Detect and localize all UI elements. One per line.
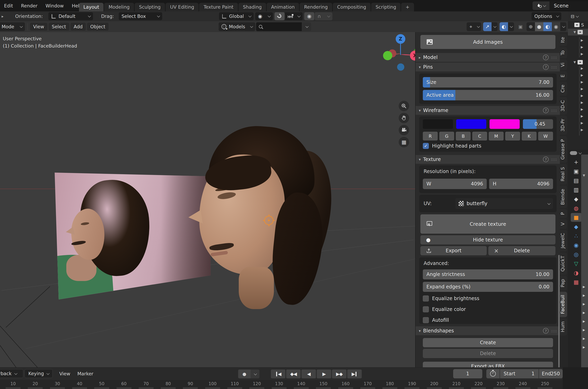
snap-settings-dropdown[interactable] — [285, 12, 303, 20]
help-icon[interactable]: ? — [543, 108, 549, 113]
wireframe-opacity-slider[interactable]: 0.45 — [523, 119, 553, 129]
collection-row[interactable]: ▼ — [568, 29, 588, 35]
frame-end-field[interactable]: End 250 — [539, 369, 563, 378]
wireframe-channel-button[interactable]: C — [472, 132, 487, 140]
wireframe-panel-header[interactable]: ▾ Wireframe ? :::: — [416, 106, 560, 115]
sidebar-tab[interactable]: Real S — [560, 164, 567, 185]
collapsed-row-arrow-icon[interactable]: ▶ — [581, 45, 583, 49]
sidebar-tab[interactable]: Hum — [560, 318, 567, 335]
workspace-tab[interactable]: Scripting — [371, 3, 401, 11]
collapsed-row-arrow-icon[interactable]: ▶ — [583, 302, 585, 306]
angle-strictness-slider[interactable]: Angle strictness 10.00 — [423, 269, 553, 279]
particles-icon[interactable]: ∴ — [571, 231, 582, 240]
shading-options-dropdown[interactable] — [560, 22, 566, 31]
export-fbx-button[interactable]: Export as FBX — [423, 362, 553, 367]
blendshapes-delete-button[interactable]: Delete — [423, 349, 553, 358]
help-icon[interactable]: ? — [543, 157, 549, 162]
blendshapes-create-button[interactable]: Create — [423, 338, 553, 347]
wireframe-channel-button[interactable]: M — [489, 132, 504, 140]
wireframe-channel-button[interactable]: W — [538, 132, 553, 140]
model-panel-header[interactable]: ▸ Model ? :::: — [416, 53, 560, 62]
collapsed-row-arrow-icon[interactable]: ▶ — [583, 285, 585, 289]
uv-dropdown[interactable]: butterfly — [455, 198, 553, 209]
play-button[interactable]: ▶ — [317, 370, 331, 378]
menu-item[interactable]: Window — [41, 0, 68, 11]
collapsed-row-arrow-icon[interactable]: ▶ — [583, 337, 585, 340]
checkbox[interactable] — [423, 295, 429, 301]
collapsed-row-arrow-icon[interactable]: ▶ — [581, 100, 583, 104]
jump-to-end-button[interactable]: ▶ — [347, 370, 362, 378]
panel-drag-dots-icon[interactable]: :::: — [551, 108, 557, 113]
collapsed-row-arrow-icon[interactable]: ▶ — [581, 114, 583, 118]
orientation-dropdown[interactable]: Default — [48, 12, 93, 20]
export-texture-button[interactable]: Export — [420, 246, 487, 255]
wireframe-color-swatch[interactable] — [489, 119, 520, 129]
viewport-menu-item[interactable]: Object — [87, 23, 109, 31]
sidebar-tab[interactable]: JewelC — [560, 230, 567, 252]
workspace-tab[interactable]: UV Editing — [166, 3, 199, 11]
output-icon[interactable]: ▤ — [571, 176, 582, 185]
collapsed-row-arrow-icon[interactable]: ▶ — [581, 107, 583, 111]
playback-menu[interactable]: Playback — [0, 369, 23, 378]
view-layer-icon[interactable]: ▥ — [571, 185, 582, 194]
scene-collection-row[interactable]: S — [568, 22, 588, 28]
pins-panel-header[interactable]: ▾ Pins ? :::: — [416, 63, 560, 71]
highlight-head-parts-checkbox[interactable]: ✓ — [423, 143, 429, 149]
scene-selector[interactable]: Scene — [533, 1, 588, 10]
sidebar-tab[interactable]: Vi — [560, 59, 567, 70]
asset-browser-dropdown[interactable]: Models — [219, 22, 255, 31]
workspace-tab[interactable]: Layout — [79, 3, 104, 11]
editor-type-icon[interactable]: ⊟ — [571, 14, 574, 19]
proportional-editing-toggle[interactable]: ◉ — [304, 12, 314, 20]
collapsed-row-arrow-icon[interactable]: ▶ — [581, 121, 583, 125]
mode-dropdown[interactable]: Mode — [0, 22, 25, 31]
frame-start-field[interactable]: Start 1 — [500, 369, 539, 378]
workspace-tab[interactable]: Shading — [239, 3, 266, 11]
show-overlays-toggle[interactable]: ↗ — [483, 22, 492, 31]
z-axis-handle[interactable]: Z — [396, 34, 405, 44]
zoom-button[interactable] — [399, 101, 409, 111]
collapsed-row-arrow-icon[interactable]: ▶ — [581, 80, 583, 84]
scene-icon[interactable]: ◆ — [571, 194, 582, 203]
xray-options-dropdown[interactable] — [508, 22, 514, 31]
shading-solid-button[interactable]: ● — [535, 22, 543, 31]
shading-material-button[interactable]: ◐ — [543, 22, 552, 31]
scene-name-field[interactable]: Scene — [550, 1, 588, 10]
panel-drag-dots-icon[interactable]: :::: — [551, 65, 557, 69]
properties-filter[interactable] — [570, 151, 581, 155]
collapsed-row-arrow-icon[interactable]: ▶ — [581, 38, 583, 42]
expand-arrow-icon[interactable]: ▼ — [583, 174, 585, 177]
world-icon[interactable]: ◍ — [571, 204, 582, 213]
xray-sphere-toggle[interactable]: ◐ — [500, 22, 508, 31]
negative-y-axis-handle[interactable] — [383, 51, 392, 60]
camera-view-button[interactable] — [399, 125, 409, 135]
sidebar-tab[interactable]: 3D-Pr — [560, 116, 567, 135]
menu-item[interactable]: Edit — [0, 0, 17, 11]
wireframe-channel-button[interactable]: K — [522, 132, 537, 140]
collapsed-row-arrow-icon[interactable]: ▶ — [583, 320, 585, 323]
blendshapes-panel-header[interactable]: ▾ Blendshapes ? :::: — [416, 326, 560, 335]
search-input[interactable] — [256, 22, 302, 31]
collapsed-row-arrow-icon[interactable]: ▶ — [581, 94, 583, 97]
falloff-dropdown[interactable]: ∩ — [315, 12, 332, 20]
collapsed-row-arrow-icon[interactable]: ▶ — [581, 73, 583, 77]
object-data-icon[interactable]: ▽ — [571, 259, 582, 268]
texture-height-field[interactable]: H 4096 — [489, 179, 553, 189]
snap-toggle[interactable] — [274, 12, 285, 20]
sidebar-tab[interactable]: Ite — [560, 34, 567, 46]
workspace-tab[interactable]: Sculpting — [135, 3, 165, 11]
workspace-tab[interactable]: Modeling — [104, 3, 134, 11]
viewport-menu-item[interactable]: Add — [71, 23, 86, 31]
jump-to-start-button[interactable]: ◀ — [271, 370, 285, 378]
options-dropdown[interactable]: Options — [532, 12, 561, 20]
current-frame-field[interactable]: 1 — [453, 369, 482, 378]
search-history-dropdown[interactable] — [302, 22, 311, 31]
sidebar-tab[interactable]: Cre — [560, 81, 567, 96]
tool-icon[interactable]: + — [571, 158, 582, 166]
help-icon[interactable]: ? — [543, 55, 549, 60]
object-icon[interactable]: ■ — [571, 213, 582, 222]
sidebar-tab[interactable]: To — [560, 47, 567, 58]
modifiers-icon[interactable]: ◆ — [571, 222, 582, 231]
prev-keyframe-button[interactable]: ◆◀ — [286, 370, 301, 378]
sidebar-tab[interactable]: P — [560, 209, 567, 218]
